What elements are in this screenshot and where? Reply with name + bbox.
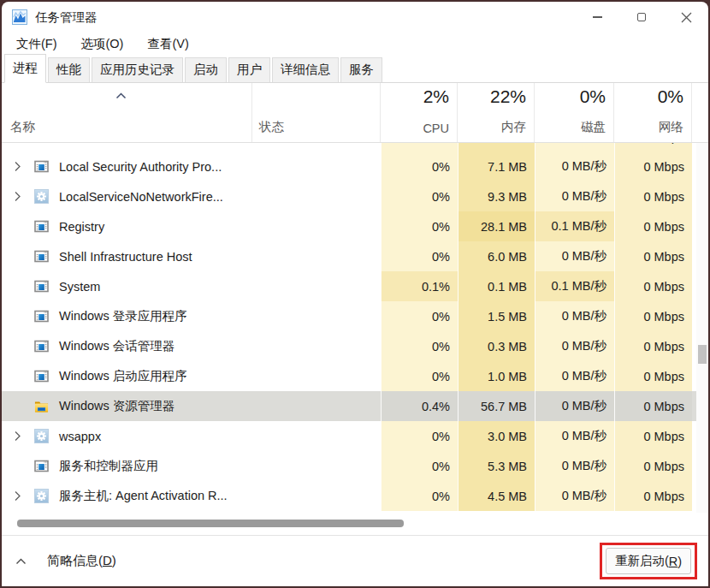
- vertical-scrollbar-thumb[interactable]: [698, 345, 707, 364]
- restart-button[interactable]: 重新启动(R): [606, 548, 691, 574]
- network-cell: 0 Mbps: [614, 481, 692, 511]
- process-row[interactable]: LocalServiceNoNetworkFire...0%9.3 MB0 MB…: [2, 181, 708, 211]
- disk-cell: 0 MB/秒: [535, 421, 614, 451]
- process-name: Windows 启动应用程序: [59, 368, 187, 384]
- column-header-disk[interactable]: 0% 磁盘: [535, 83, 614, 142]
- tab-services[interactable]: 服务: [340, 57, 382, 82]
- horizontal-scrollbar-thumb[interactable]: [17, 520, 404, 527]
- network-cell: 0 Mbps: [614, 211, 692, 241]
- taskmgr-chart-icon: [12, 9, 27, 25]
- cpu-cell: 0%: [381, 211, 458, 241]
- app-window-icon: [34, 159, 49, 174]
- disk-cell: 0 MB/秒: [535, 391, 614, 421]
- expand-chevron-icon[interactable]: [10, 161, 24, 172]
- process-row[interactable]: Windows 资源管理器0.4%56.7 MB0 MB/秒0 Mbps: [2, 391, 708, 421]
- expand-chevron-icon[interactable]: [10, 490, 24, 502]
- close-button[interactable]: [664, 2, 708, 33]
- tab-users[interactable]: 用户: [228, 57, 270, 82]
- details-toggle[interactable]: 简略信息(D): [15, 553, 116, 569]
- process-name-cell: 服务主机: Agent Activation R...: [2, 481, 252, 511]
- process-name-cell: Windows 登录应用程序: [2, 301, 252, 331]
- menu-item-options[interactable]: 选项(O): [75, 34, 130, 54]
- maximize-button[interactable]: [619, 2, 664, 33]
- column-header-network[interactable]: 0% 网络: [614, 83, 692, 142]
- memory-cell: 3.0 MB: [458, 421, 535, 451]
- status-cell: [252, 271, 381, 301]
- disk-cell: 0 MB/秒: [535, 151, 614, 181]
- tab-app-history[interactable]: 应用历史记录: [92, 57, 183, 82]
- process-row[interactable]: 服务和控制器应用0%5.3 MB0 MB/秒0 Mbps: [2, 451, 708, 481]
- process-name: System: [59, 280, 100, 294]
- memory-cell: 5.3 MB: [458, 451, 535, 481]
- process-name-cell: wsappx: [2, 421, 252, 451]
- process-row[interactable]: Shell Infrastructure Host0%6.0 MB0 MB/秒0…: [2, 241, 708, 271]
- status-cell: [252, 301, 381, 331]
- disk-cell: 0.1 MB/秒: [535, 211, 614, 241]
- status-cell: [252, 331, 381, 361]
- folder-icon: [34, 399, 49, 413]
- network-cell: 0 Mbps: [614, 241, 692, 271]
- horizontal-scrollbar-track[interactable]: [2, 513, 708, 535]
- menu-item-file[interactable]: 文件(F): [10, 34, 63, 54]
- menu-bar: 文件(F)选项(O)查看(V): [2, 33, 708, 56]
- cpu-cell: 0%: [381, 181, 458, 211]
- status-cell: [252, 361, 381, 391]
- cpu-cell: 0%: [381, 451, 458, 481]
- disk-cell: 0 MB/秒: [535, 241, 614, 271]
- cpu-cell: 0%: [381, 361, 458, 391]
- process-row[interactable]: System0.1%0.1 MB0.1 MB/秒0 Mbps: [2, 271, 708, 301]
- restart-button-wrapper: 重新启动(R): [606, 548, 691, 574]
- status-cell: [252, 241, 381, 271]
- memory-cell: 7.1 MB: [458, 151, 535, 181]
- vertical-scrollbar-track[interactable]: [696, 143, 708, 513]
- process-name: Shell Infrastructure Host: [59, 250, 192, 264]
- process-name: Windows 资源管理器: [59, 398, 175, 414]
- process-name: LocalServiceNoNetworkFire...: [59, 190, 223, 204]
- tab-startup[interactable]: 启动: [185, 57, 227, 82]
- gear-icon: [34, 189, 49, 204]
- tab-processes[interactable]: 进程: [4, 54, 46, 83]
- app-window-icon: [34, 309, 49, 324]
- memory-cell: 4.5 MB: [458, 481, 535, 511]
- cpu-cell: 0%: [381, 143, 458, 151]
- expand-chevron-icon[interactable]: [10, 191, 24, 202]
- cpu-cell: 0.4%: [381, 391, 458, 421]
- process-row[interactable]: Windows 会话管理器0%0.3 MB0 MB/秒0 Mbps: [2, 331, 708, 361]
- memory-cell: 0.1 MB: [458, 271, 535, 301]
- column-header-cpu[interactable]: 2% CPU: [381, 83, 458, 142]
- process-row[interactable]: Local Security Authority Pro...0%7.1 MB0…: [2, 151, 708, 181]
- sort-ascending-icon: [115, 92, 127, 99]
- cpu-cell: 0%: [381, 421, 458, 451]
- app-window-icon: [34, 279, 49, 294]
- tab-performance[interactable]: 性能: [48, 57, 90, 82]
- cpu-cell: 0%: [381, 151, 458, 181]
- network-cell: 0 Mbps: [614, 271, 692, 301]
- memory-cell: 4.3 MB: [458, 143, 535, 151]
- network-cell: 0 Mbps: [614, 181, 692, 211]
- process-row[interactable]: wsappx0%3.0 MB0 MB/秒0 Mbps: [2, 421, 708, 451]
- expand-chevron-icon[interactable]: [10, 431, 24, 442]
- memory-cell: 1.0 MB: [458, 361, 535, 391]
- app-window-icon: [34, 249, 49, 264]
- app-window-icon: [34, 219, 49, 234]
- process-row[interactable]: 服务主机: Agent Activation R...0%4.5 MB0 MB/…: [2, 481, 708, 511]
- network-cell: 0 Mbps: [614, 391, 692, 421]
- process-row[interactable]: Registry0%28.1 MB0.1 MB/秒0 Mbps: [2, 211, 708, 241]
- process-row[interactable]: Windows 登录应用程序0%1.5 MB0 MB/秒0 Mbps: [2, 301, 708, 331]
- column-header-status[interactable]: 状态: [252, 83, 381, 142]
- process-name: Registry: [59, 220, 104, 234]
- column-header-name[interactable]: 名称: [2, 83, 252, 142]
- app-window-icon: [34, 459, 49, 473]
- minimize-button[interactable]: [575, 2, 619, 33]
- tab-details[interactable]: 详细信息: [272, 57, 339, 82]
- process-row[interactable]: Windows 启动应用程序0%1.0 MB0 MB/秒0 Mbps: [2, 361, 708, 391]
- process-name: Windows 会话管理器: [59, 338, 175, 354]
- cpu-cell: 0.1%: [381, 271, 458, 301]
- process-row[interactable]: Client Server Runtime Process0%4.3 MB0 M…: [2, 143, 708, 151]
- memory-column-label: 内存: [501, 119, 526, 135]
- cpu-cell: 0%: [381, 301, 458, 331]
- network-cell: 0 Mbps: [614, 143, 692, 151]
- status-cell: [252, 211, 381, 241]
- menu-item-view[interactable]: 查看(V): [141, 34, 194, 54]
- column-header-memory[interactable]: 22% 内存: [458, 83, 535, 142]
